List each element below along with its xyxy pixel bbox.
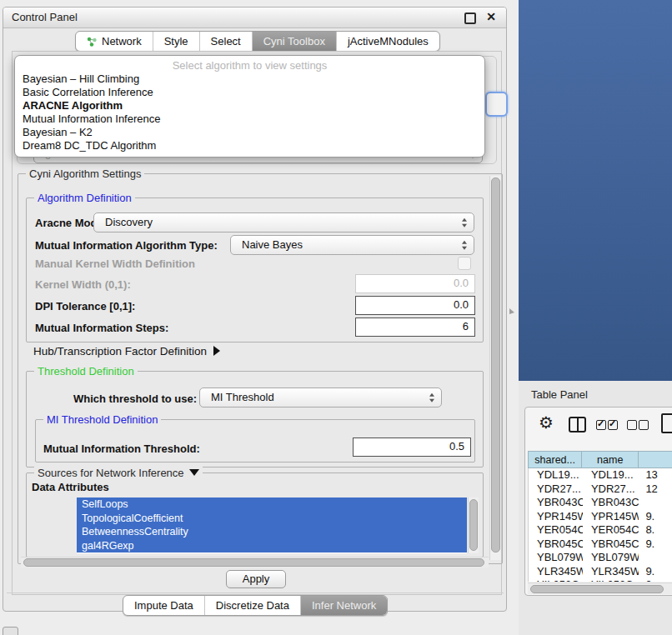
deselect-all-icon[interactable]: [627, 420, 637, 430]
mi-steps-field[interactable]: 6: [355, 318, 475, 337]
attribute-list-item[interactable]: BetweennessCentrality: [77, 525, 467, 539]
table-column-header[interactable]: [639, 451, 672, 468]
table-cell: 9.: [639, 538, 672, 552]
settings-gear-icon[interactable]: ⚙: [539, 414, 554, 431]
expand-arrow-icon: [213, 346, 220, 356]
table-cell: YIL052C: [583, 578, 639, 582]
mi-type-combobox[interactable]: Naive Bayes: [230, 235, 474, 255]
tab-cyni-toolbox[interactable]: Cyni Toolbox: [252, 32, 336, 51]
table-row[interactable]: YER054CYER054C8.: [529, 523, 672, 538]
tab-discretize-data[interactable]: Discretize Data: [204, 596, 300, 615]
tab-select[interactable]: Select: [199, 32, 252, 51]
table-cell: YBR045C: [583, 538, 639, 552]
screen: Control Panel ✕ NetworkStyleSelectCyni T…: [0, 0, 672, 635]
table-column-header[interactable]: name: [582, 451, 639, 468]
table-row[interactable]: YDR27...YDR27...12: [529, 482, 672, 497]
tab-label: Impute Data: [134, 596, 193, 615]
hub-definition-label: Hub/Transcription Factor Definition: [33, 345, 207, 358]
table-row[interactable]: YLR345WYLR345W9.: [529, 565, 672, 579]
settings-horizontal-scrollbar[interactable]: [21, 557, 489, 568]
minimized-panel-icon[interactable]: [3, 627, 18, 635]
new-column-document-icon[interactable]: [661, 413, 672, 433]
settings-horizontal-scrollbar-thumb[interactable]: [23, 558, 484, 567]
attribute-list-item[interactable]: TopologicalCoefficient: [77, 512, 467, 526]
algorithm-option[interactable]: ARACNE Algorithm: [15, 99, 484, 112]
close-icon[interactable]: ✕: [486, 10, 496, 23]
attribute-list-item[interactable]: SelfLoops: [77, 498, 467, 512]
table-cell: YBL079W: [529, 551, 583, 565]
table-row[interactable]: YBR043CYBR043C: [529, 496, 672, 510]
table-row[interactable]: YPR145WYPR145W9.: [529, 510, 672, 524]
desktop-background: GALGAL80GAL10GAL1GAL11SWI4GAL4GCY1HAP4YH…: [519, 0, 672, 381]
table-row[interactable]: YIL052CYIL052C9: [529, 578, 672, 582]
settings-vertical-scrollbar[interactable]: [489, 176, 501, 560]
table-horizontal-scrollbar[interactable]: [528, 582, 672, 594]
algorithm-option[interactable]: Bayesian – Hill Climbing: [15, 72, 484, 86]
algorithm-selector-focus-ring[interactable]: [485, 92, 508, 117]
kernel-width-field[interactable]: 0.0: [355, 274, 475, 293]
attributes-scrollbar-thumb[interactable]: [469, 499, 478, 551]
split-columns-icon[interactable]: [569, 417, 586, 432]
manual-kernel-checkbox[interactable]: [458, 257, 471, 270]
table-column-header[interactable]: shared...: [528, 451, 582, 468]
aracne-mode-value: Discovery: [105, 213, 153, 232]
settings-vertical-scrollbar-thumb[interactable]: [491, 178, 500, 552]
mi-type-label: Mutual Information Algorithm Type:: [35, 239, 218, 252]
which-threshold-value: MI Threshold: [211, 388, 274, 407]
attributes-vertical-scrollbar[interactable]: [468, 498, 479, 553]
combo-arrows-icon: [429, 393, 434, 402]
splitter-grip-icon[interactable]: [509, 308, 514, 314]
tab-infer-network[interactable]: Infer Network: [300, 596, 387, 615]
which-threshold-combobox[interactable]: MI Threshold: [199, 388, 442, 408]
algorithm-option[interactable]: Basic Correlation Inference: [15, 86, 484, 99]
tab-label: Select: [211, 32, 241, 51]
table-cell: [639, 496, 672, 510]
table-cell: YDR27...: [583, 482, 639, 497]
kernel-width-label: Kernel Width (0,1):: [35, 278, 131, 291]
tab-label: Infer Network: [312, 596, 376, 615]
mi-threshold-field[interactable]: 0.5: [353, 438, 471, 457]
control-panel-title: Control Panel: [12, 11, 78, 23]
network-tab-icon: [87, 37, 98, 47]
table-cell: YBR045C: [529, 538, 583, 552]
dpi-tolerance-field[interactable]: 0.0: [355, 296, 475, 315]
table-cell: YDL19...: [583, 468, 639, 482]
select-all-icon[interactable]: [608, 420, 618, 430]
threshold-definition-title: Threshold Definition: [34, 365, 138, 378]
table-horizontal-scrollbar-thumb[interactable]: [530, 585, 664, 593]
apply-button[interactable]: Apply: [226, 570, 286, 588]
tab-jactivemnodules[interactable]: jActiveMNodules: [336, 32, 439, 51]
hub-definition-expander[interactable]: Hub/Transcription Factor Definition: [33, 345, 220, 358]
table-cell: YDR27...: [529, 482, 583, 497]
table-cell: YBL079W: [583, 551, 639, 565]
select-all-icon[interactable]: [596, 420, 606, 430]
table-row[interactable]: YBR045CYBR045C9.: [529, 538, 672, 552]
aracne-mode-combobox[interactable]: Discovery: [93, 212, 474, 232]
table-row[interactable]: YBL079WYBL079W: [529, 551, 672, 565]
table-cell: YBR043C: [583, 496, 639, 510]
tab-network[interactable]: Network: [76, 32, 153, 51]
algorithm-definition-title: Algorithm Definition: [34, 192, 135, 204]
algorithm-option[interactable]: Mutual Information Inference: [15, 112, 484, 126]
node-table: shared...name YDL19...YDL19...13YDR27...…: [528, 451, 672, 582]
table-cell: 9: [639, 578, 672, 582]
table-cell: YER054C: [529, 523, 583, 538]
settings-group-title: Cyni Algorithm Settings: [26, 168, 144, 180]
table-row[interactable]: YDL19...YDL19...13: [529, 468, 672, 482]
algorithm-option[interactable]: Dream8 DC_TDC Algorithm: [15, 139, 484, 152]
table-cell: 12: [639, 482, 672, 497]
attribute-list-item[interactable]: gal4RGexp: [77, 539, 467, 553]
sources-group-title[interactable]: Sources for Network Inference: [34, 467, 203, 479]
dpi-tolerance-label: DPI Tolerance [0,1]:: [35, 300, 135, 312]
algorithm-option[interactable]: Bayesian – K2: [15, 126, 484, 139]
tab-style[interactable]: Style: [153, 32, 199, 51]
tab-label: jActiveMNodules: [348, 32, 429, 51]
mi-type-value: Naive Bayes: [242, 236, 303, 254]
table-cell: 13: [639, 468, 672, 482]
deselect-all-icon[interactable]: [639, 420, 649, 430]
data-attributes-list[interactable]: SelfLoopsTopologicalCoefficientBetweenne…: [77, 498, 467, 553]
table-rows: YDL19...YDL19...13YDR27...YDR27...12YBR0…: [528, 468, 672, 582]
tab-impute-data[interactable]: Impute Data: [123, 596, 204, 615]
float-window-icon[interactable]: [464, 12, 476, 24]
tab-label: Style: [164, 32, 188, 51]
